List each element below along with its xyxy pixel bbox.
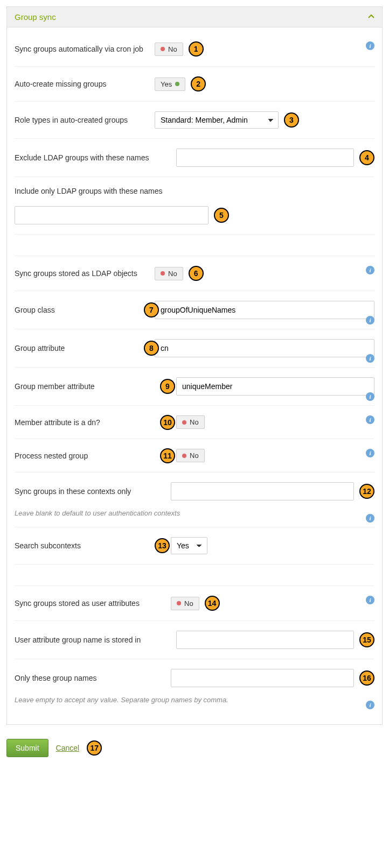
label-exclude: Exclude LDAP groups with these names	[15, 153, 176, 162]
dot-on-icon	[175, 82, 179, 86]
info-icon[interactable]: i	[366, 449, 374, 457]
row-role-types: Role types in auto-created groups Standa…	[15, 102, 374, 139]
row-include: Include only LDAP groups with these name…	[15, 177, 374, 235]
chevron-up-icon	[368, 13, 374, 22]
row-group-member-attr: Group member attribute 9 i	[15, 368, 374, 406]
marker-15: 15	[359, 632, 374, 647]
label-sync-cron: Sync groups automatically via cron job	[15, 45, 155, 53]
row-subcontexts: Search subcontexts 13 Yes	[15, 527, 374, 564]
row-user-attr-name: User attribute group name is stored in 1…	[15, 621, 374, 659]
dot-off-icon	[161, 271, 165, 276]
submit-button[interactable]: Submit	[6, 739, 48, 757]
panel-title: Group sync	[15, 12, 56, 22]
select-role-types[interactable]: Standard: Member, Admin	[155, 111, 279, 129]
marker-13: 13	[155, 538, 170, 553]
marker-8: 8	[144, 341, 159, 356]
row-group-class: Group class 7 i	[15, 291, 374, 329]
label-sync-user-attrs: Sync groups stored as user attributes	[15, 599, 171, 608]
dot-off-icon	[177, 601, 181, 605]
marker-3: 3	[284, 112, 299, 128]
spacer	[15, 564, 374, 586]
row-sync-objects: Sync groups stored as LDAP objects No 6 …	[15, 256, 374, 291]
toggle-sync-cron[interactable]: No	[155, 43, 183, 56]
input-group-attr[interactable]	[155, 339, 374, 357]
dot-off-icon	[182, 454, 186, 458]
marker-4: 4	[359, 150, 374, 165]
group-sync-panel: Group sync Sync groups automatically via…	[6, 6, 383, 725]
dot-off-icon	[161, 47, 165, 51]
row-group-attr: Group attribute 8 i	[15, 329, 374, 368]
row-exclude: Exclude LDAP groups with these names 4	[15, 139, 374, 177]
toggle-sync-objects[interactable]: No	[155, 267, 183, 280]
label-nested: Process nested group	[15, 451, 155, 460]
info-icon[interactable]: i	[366, 354, 374, 363]
marker-5: 5	[214, 208, 229, 223]
label-user-attr-name: User attribute group name is stored in	[15, 636, 176, 644]
marker-2: 2	[191, 76, 206, 91]
marker-16: 16	[359, 671, 374, 686]
row-sync-cron: Sync groups automatically via cron job N…	[15, 32, 374, 67]
label-only-names: Only these group names	[15, 674, 171, 682]
input-sync-contexts[interactable]	[171, 482, 354, 500]
label-sync-contexts: Sync groups in these contexts only	[15, 487, 171, 496]
cancel-link[interactable]: Cancel	[56, 744, 80, 752]
toggle-auto-create[interactable]: Yes	[155, 77, 185, 91]
marker-1: 1	[189, 41, 204, 57]
label-sync-objects: Sync groups stored as LDAP objects	[15, 269, 155, 278]
marker-7: 7	[144, 302, 159, 317]
row-only-names: Only these group names 16 i Leave empty …	[15, 659, 374, 714]
label-include: Include only LDAP groups with these name…	[15, 187, 374, 201]
row-sync-user-attrs: Sync groups stored as user attributes No…	[15, 586, 374, 621]
label-role-types: Role types in auto-created groups	[15, 116, 155, 124]
panel-body: Sync groups automatically via cron job N…	[7, 27, 382, 724]
dot-off-icon	[182, 420, 186, 425]
label-member-dn: Member attribute is a dn?	[15, 418, 155, 427]
info-icon[interactable]: i	[366, 316, 374, 324]
info-icon[interactable]: i	[366, 415, 374, 424]
help-only-names: Leave empty to accept any value. Separat…	[15, 693, 374, 704]
button-row: Submit Cancel 17	[0, 731, 389, 768]
input-group-class[interactable]	[155, 301, 374, 319]
toggle-sync-user-attrs[interactable]: No	[171, 597, 199, 610]
marker-12: 12	[359, 484, 374, 499]
info-icon[interactable]: i	[366, 514, 374, 523]
row-member-dn: Member attribute is a dn? 10 No i	[15, 406, 374, 439]
info-icon[interactable]: i	[366, 41, 374, 50]
label-auto-create: Auto-create missing groups	[15, 80, 155, 88]
info-icon[interactable]: i	[366, 266, 374, 274]
row-nested: Process nested group 11 No i	[15, 439, 374, 472]
input-exclude[interactable]	[176, 149, 354, 167]
info-icon[interactable]: i	[366, 701, 374, 709]
panel-header[interactable]: Group sync	[7, 7, 382, 27]
marker-6: 6	[189, 266, 204, 281]
input-only-names[interactable]	[171, 669, 354, 687]
marker-11: 11	[160, 448, 175, 463]
input-include[interactable]	[15, 206, 209, 224]
toggle-member-dn[interactable]: No	[176, 415, 205, 429]
info-icon[interactable]: i	[366, 596, 374, 604]
label-subcontexts: Search subcontexts	[15, 541, 155, 550]
select-subcontexts[interactable]: Yes	[171, 537, 207, 554]
row-sync-contexts: Sync groups in these contexts only 12 i …	[15, 472, 374, 527]
input-group-member-attr[interactable]	[176, 377, 374, 396]
marker-10: 10	[160, 415, 175, 430]
marker-14: 14	[205, 596, 220, 611]
toggle-nested[interactable]: No	[176, 449, 205, 462]
input-user-attr-name[interactable]	[176, 631, 354, 649]
marker-17: 17	[87, 740, 102, 756]
marker-9: 9	[160, 379, 175, 394]
row-auto-create: Auto-create missing groups Yes 2	[15, 67, 374, 102]
spacer	[15, 235, 374, 256]
info-icon[interactable]: i	[366, 392, 374, 401]
label-group-class: Group class	[15, 306, 155, 314]
label-group-member-attr: Group member attribute	[15, 382, 155, 391]
help-sync-contexts: Leave blank to default to user authentic…	[15, 506, 374, 517]
label-group-attr: Group attribute	[15, 344, 155, 352]
